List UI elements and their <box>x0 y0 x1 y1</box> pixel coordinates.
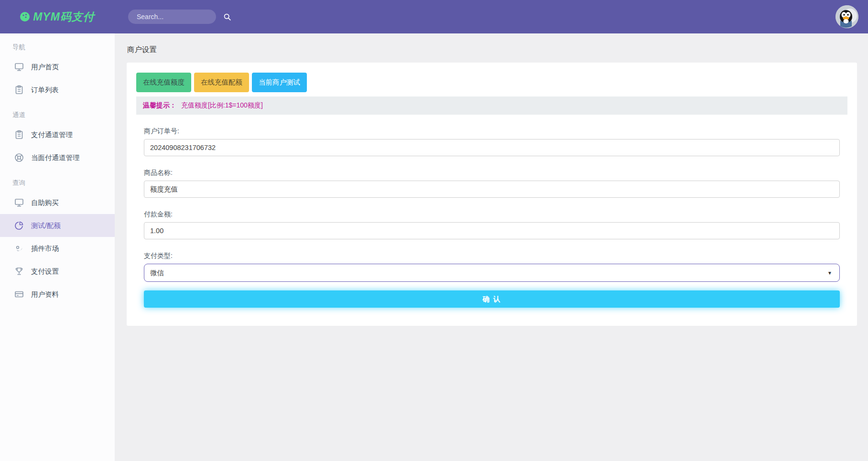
lifebuoy-icon <box>14 153 24 162</box>
notice-text: 充值额度[比例:1$=100额度] <box>181 101 263 109</box>
order-no-input[interactable] <box>144 139 840 156</box>
sidebar-item-label: 测试/配额 <box>31 221 61 230</box>
sidebar-item-label: 用户资料 <box>31 290 59 299</box>
pay-type-select[interactable]: 微信 ▼ <box>144 264 840 282</box>
sidebar-item-label: 插件市场 <box>31 244 59 253</box>
order-no-label: 商户订单号: <box>144 127 840 136</box>
sidebar-item-self-buy[interactable]: 自助购买 <box>0 191 115 214</box>
sidebar-item-test-quota[interactable]: 测试/配额 <box>0 214 115 237</box>
chevron-down-icon: ▼ <box>827 270 832 276</box>
crescent-icon <box>14 244 24 253</box>
action-button-row: 在线充值额度 在线充值配额 当前商户测试 <box>136 73 847 92</box>
topbar: MYM码支付 <box>0 0 868 33</box>
sidebar-item-label: 订单列表 <box>31 86 59 95</box>
sidebar-section-nav: 导航 <box>0 33 115 55</box>
monitor-icon <box>14 62 24 72</box>
sidebar-item-user-profile[interactable]: 用户资料 <box>0 283 115 306</box>
notice-prefix: 温馨提示： <box>143 101 176 109</box>
pie-chart-icon <box>14 221 24 230</box>
sidebar-item-label: 支付设置 <box>31 267 59 276</box>
sidebar-item-label: 自助购买 <box>31 198 59 207</box>
search-icon[interactable] <box>223 13 231 21</box>
sidebar-item-label: 当面付通道管理 <box>31 153 80 162</box>
clipboard-icon <box>14 85 24 95</box>
pay-type-selected-value: 微信 <box>150 268 164 278</box>
online-recharge-allocation-button[interactable]: 在线充值配额 <box>194 73 249 92</box>
sidebar: 导航 用户首页 订单列表 通道 支付通道管理 当面付通道管理 查询 自助购买 测… <box>0 33 115 461</box>
sidebar-item-user-home[interactable]: 用户首页 <box>0 55 115 78</box>
main-content: 商户设置 在线充值额度 在线充值配额 当前商户测试 温馨提示：充值额度[比例:1… <box>115 33 868 461</box>
sidebar-item-plugin-market[interactable]: 插件市场 <box>0 237 115 260</box>
user-avatar[interactable] <box>835 5 858 28</box>
logo-ball-icon <box>20 12 30 21</box>
online-recharge-quota-button[interactable]: 在线充值额度 <box>136 73 191 92</box>
trophy-icon <box>14 267 24 276</box>
sidebar-item-order-list[interactable]: 订单列表 <box>0 78 115 101</box>
notice-banner: 温馨提示：充值额度[比例:1$=100额度] <box>136 96 847 115</box>
sidebar-item-pay-channel[interactable]: 支付通道管理 <box>0 123 115 146</box>
penguin-avatar-icon <box>835 5 858 28</box>
sidebar-item-f2f-channel[interactable]: 当面付通道管理 <box>0 146 115 169</box>
sidebar-item-label: 用户首页 <box>31 63 59 72</box>
amount-label: 付款金额: <box>144 210 840 219</box>
clipboard-icon <box>14 130 24 139</box>
search-bar <box>128 10 216 24</box>
app-logo[interactable]: MYM码支付 <box>0 10 115 24</box>
pay-type-label: 支付类型: <box>144 252 840 260</box>
amount-input[interactable] <box>144 222 840 239</box>
monitor-icon <box>14 198 24 207</box>
sidebar-section-channel: 通道 <box>0 101 115 123</box>
product-name-input[interactable] <box>144 181 840 198</box>
logo-text: MYM码支付 <box>33 10 95 24</box>
sidebar-item-pay-settings[interactable]: 支付设置 <box>0 260 115 283</box>
product-name-label: 商品名称: <box>144 169 840 177</box>
sidebar-section-query: 查询 <box>0 169 115 191</box>
search-input[interactable] <box>137 13 223 21</box>
credit-card-icon <box>14 289 24 299</box>
merchant-test-form: 商户订单号: 商品名称: 付款金额: 支付类型: 微信 ▼ 确 认 <box>144 127 840 308</box>
current-merchant-test-button[interactable]: 当前商户测试 <box>252 73 307 92</box>
merchant-settings-card: 在线充值额度 在线充值配额 当前商户测试 温馨提示：充值额度[比例:1$=100… <box>127 63 857 326</box>
confirm-button[interactable]: 确 认 <box>144 290 840 308</box>
sidebar-item-label: 支付通道管理 <box>31 130 73 139</box>
page-title: 商户设置 <box>115 33 868 63</box>
